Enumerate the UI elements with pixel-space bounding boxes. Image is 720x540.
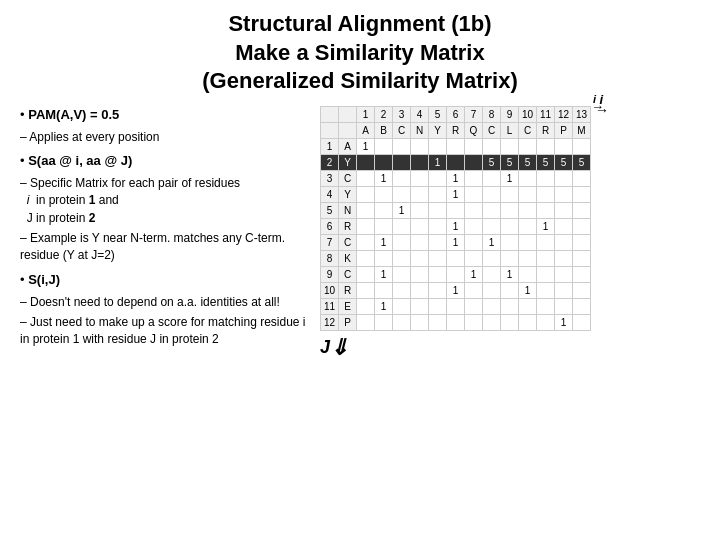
table-row: 8 K — [321, 250, 591, 266]
matrix-cell — [411, 186, 429, 202]
row-index: 11 — [321, 298, 339, 314]
matrix-cell — [537, 282, 555, 298]
matrix-cell — [393, 250, 411, 266]
matrix-cell — [465, 186, 483, 202]
row-letter: A — [339, 138, 357, 154]
matrix-cell — [483, 266, 501, 282]
matrix-cell — [537, 234, 555, 250]
row-index: 4 — [321, 186, 339, 202]
matrix-cell — [483, 186, 501, 202]
matrix-cell — [393, 138, 411, 154]
col-letter: A — [357, 122, 375, 138]
matrix-cell: 5 — [537, 154, 555, 170]
matrix-cell — [393, 298, 411, 314]
col-num: 4 — [411, 106, 429, 122]
matrix-cell — [375, 138, 393, 154]
matrix-cell — [393, 170, 411, 186]
matrix-cell — [483, 298, 501, 314]
matrix-cell: 1 — [465, 266, 483, 282]
matrix-cell — [537, 298, 555, 314]
matrix-cell — [519, 266, 537, 282]
matrix-cell — [447, 138, 465, 154]
col-letter: L — [501, 122, 519, 138]
matrix-cell — [501, 314, 519, 330]
matrix-cell: 1 — [447, 218, 465, 234]
down-arrow-icon: ⇓ — [330, 335, 348, 361]
table-row: 11 E 1 — [321, 298, 591, 314]
matrix-cell: 1 — [519, 282, 537, 298]
row-letter: C — [339, 170, 357, 186]
matrix-cell — [375, 218, 393, 234]
matrix-cell — [411, 218, 429, 234]
matrix-cell — [573, 234, 591, 250]
row-index: 12 — [321, 314, 339, 330]
col-num: 9 — [501, 106, 519, 122]
matrix-cell — [573, 266, 591, 282]
matrix-cell — [375, 314, 393, 330]
matrix-cell — [375, 186, 393, 202]
col-num: 1 — [357, 106, 375, 122]
matrix-cell — [537, 202, 555, 218]
matrix-cell — [447, 266, 465, 282]
matrix-cell — [465, 138, 483, 154]
matrix-cell — [519, 298, 537, 314]
matrix-cell — [573, 170, 591, 186]
matrix-cell: 1 — [429, 154, 447, 170]
matrix-cell — [483, 202, 501, 218]
matrix-cell — [357, 234, 375, 250]
matrix-cell — [411, 250, 429, 266]
matrix-cell — [555, 218, 573, 234]
matrix-cell — [537, 170, 555, 186]
matrix-cell — [555, 202, 573, 218]
col-num: 13 i → — [573, 106, 591, 122]
bullet-main-2: • S(aa @ i, aa @ J) — [20, 152, 310, 171]
matrix-cell — [465, 250, 483, 266]
matrix-cell — [573, 218, 591, 234]
matrix-cell — [393, 218, 411, 234]
j-label: J — [320, 337, 330, 358]
matrix-cell: 5 — [519, 154, 537, 170]
matrix-cell — [501, 138, 519, 154]
col-num: 2 — [375, 106, 393, 122]
sub-item: Specific Matrix for each pair of residue… — [20, 175, 310, 227]
matrix-cell: 1 — [483, 234, 501, 250]
col-letter: R — [447, 122, 465, 138]
matrix-cell — [465, 282, 483, 298]
corner-cell — [321, 106, 339, 122]
corner-cell2 — [339, 106, 357, 122]
list-item: • S(i,J) Doesn't need to depend on a.a. … — [20, 271, 310, 349]
bullet-main-1: • PAM(A,V) = 0.5 — [20, 106, 310, 125]
matrix-cell — [447, 202, 465, 218]
matrix-cell — [357, 218, 375, 234]
page-title: Structural Alignment (1b) Make a Similar… — [20, 10, 700, 96]
matrix-cell — [447, 314, 465, 330]
matrix-cell — [573, 202, 591, 218]
content-area: • PAM(A,V) = 0.5 Applies at every positi… — [20, 106, 700, 530]
col-letter: N — [411, 122, 429, 138]
matrix-cell — [573, 138, 591, 154]
col-letter: C — [483, 122, 501, 138]
matrix-cell — [429, 138, 447, 154]
title-section: Structural Alignment (1b) Make a Similar… — [20, 10, 700, 96]
row-letter: E — [339, 298, 357, 314]
matrix-cell: 1 — [375, 298, 393, 314]
sub-item: Example is Y near N-term. matches any C-… — [20, 230, 310, 265]
row-letter: N — [339, 202, 357, 218]
sub-item: Applies at every position — [20, 129, 310, 146]
row-letter: C — [339, 266, 357, 282]
page: Structural Alignment (1b) Make a Similar… — [0, 0, 720, 540]
matrix-cell — [375, 282, 393, 298]
matrix-cell — [573, 282, 591, 298]
col-letter: Q — [465, 122, 483, 138]
col-num: 10 — [519, 106, 537, 122]
matrix-cell — [519, 234, 537, 250]
sub-item: Just need to make up a score for matchin… — [20, 314, 310, 349]
matrix-cell — [411, 202, 429, 218]
row-letter: R — [339, 218, 357, 234]
matrix-cell — [375, 250, 393, 266]
matrix-cell — [537, 138, 555, 154]
col-letter: Y — [429, 122, 447, 138]
matrix-cell — [501, 298, 519, 314]
matrix-cell — [573, 314, 591, 330]
matrix-cell — [555, 234, 573, 250]
